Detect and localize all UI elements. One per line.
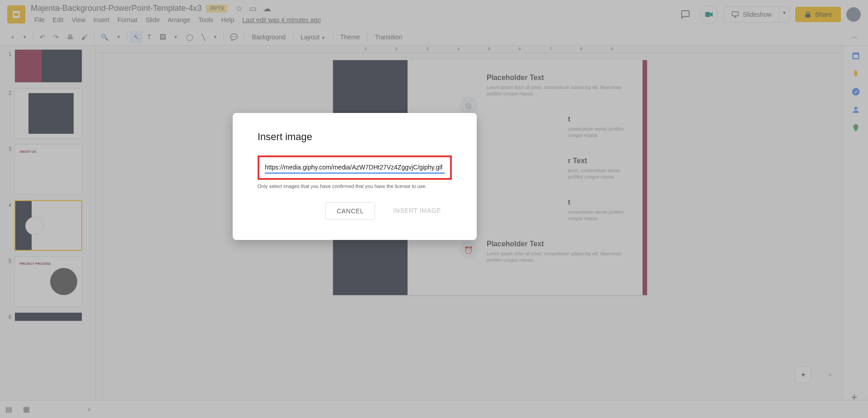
image-url-input[interactable] [265, 162, 445, 174]
cancel-button[interactable]: CANCEL [325, 202, 375, 220]
modal-hint: Only select images that you have confirm… [258, 183, 452, 189]
insert-image-modal: Insert image Only select images that you… [233, 113, 477, 240]
url-input-highlight [258, 155, 452, 180]
insert-image-button[interactable]: INSERT IMAGE [382, 202, 452, 220]
modal-title: Insert image [258, 131, 452, 143]
